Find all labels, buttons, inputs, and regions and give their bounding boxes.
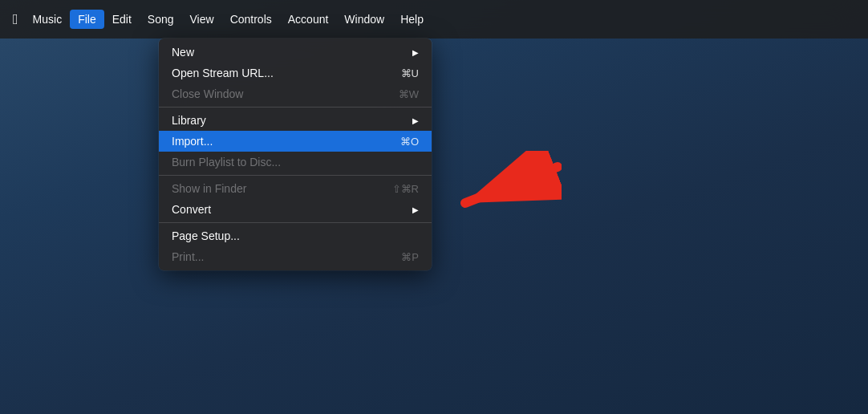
menu-item-library[interactable]: Library ▶	[159, 110, 432, 131]
file-menu[interactable]: File	[70, 10, 104, 29]
annotation-arrow	[449, 151, 562, 234]
apple-menu[interactable]: 	[6, 8, 25, 31]
menu-item-close-window: Close Window ⌘W	[159, 83, 432, 104]
separator-1	[159, 107, 432, 108]
window-menu[interactable]: Window	[336, 10, 392, 29]
account-menu[interactable]: Account	[280, 10, 337, 29]
view-menu[interactable]: View	[182, 10, 222, 29]
svg-line-1	[465, 167, 558, 203]
file-dropdown: New ▶ Open Stream URL... ⌘U Close Window…	[159, 39, 432, 270]
help-menu[interactable]: Help	[392, 10, 432, 29]
menu-item-print: Print... ⌘P	[159, 246, 432, 267]
menu-item-new[interactable]: New ▶	[159, 42, 432, 63]
menu-item-convert[interactable]: Convert ▶	[159, 199, 432, 220]
menu-item-open-stream[interactable]: Open Stream URL... ⌘U	[159, 63, 432, 83]
edit-menu[interactable]: Edit	[104, 10, 140, 29]
separator-3	[159, 222, 432, 223]
music-menu[interactable]: Music	[25, 10, 71, 29]
menu-item-page-setup[interactable]: Page Setup...	[159, 225, 432, 246]
separator-2	[159, 175, 432, 176]
menu-item-import[interactable]: Import... ⌘O	[159, 131, 432, 152]
controls-menu[interactable]: Controls	[222, 10, 280, 29]
menu-item-show-finder: Show in Finder ⇧⌘R	[159, 178, 432, 199]
song-menu[interactable]: Song	[140, 10, 182, 29]
menu-item-burn-playlist: Burn Playlist to Disc...	[159, 152, 432, 172]
menu-bar:  Music File Edit Song View Controls Acc…	[0, 0, 868, 39]
